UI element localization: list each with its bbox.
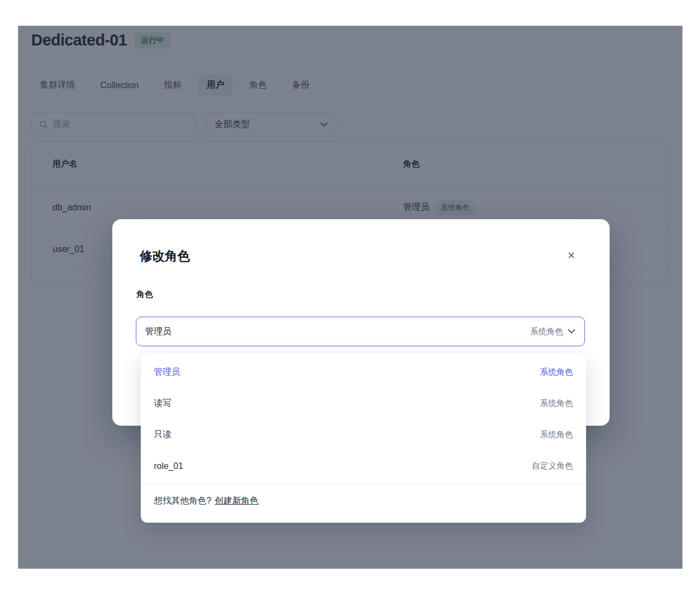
dropdown-option-readwrite[interactable]: 读写 系统角色 [141, 388, 586, 419]
create-role-link[interactable]: 创建新角色 [215, 495, 259, 507]
option-type: 自定义角色 [532, 461, 573, 471]
modal-title: 修改角色 [140, 248, 190, 265]
dropdown-option-admin[interactable]: 管理员 系统角色 [141, 357, 586, 388]
option-name: role_01 [154, 461, 183, 471]
role-dropdown-menu: 管理员 系统角色 读写 系统角色 只读 系统角色 role_01 自定义角色 想… [141, 353, 586, 523]
option-name: 读写 [154, 398, 171, 409]
footer-hint: 想找其他角色? [154, 495, 211, 507]
role-select-trigger[interactable]: 管理员 系统角色 [136, 317, 585, 346]
role-field-label: 角色 [136, 289, 153, 300]
dropdown-option-role01[interactable]: role_01 自定义角色 [141, 450, 586, 482]
option-name: 只读 [154, 429, 171, 440]
option-type: 系统角色 [540, 398, 573, 409]
app-region: Dedicated-01 运行中 集群详情 Collection 指标 用户 角… [18, 26, 682, 569]
close-icon[interactable]: × [563, 247, 580, 264]
dropdown-footer: 想找其他角色? 创建新角色 [141, 484, 586, 517]
dropdown-option-readonly[interactable]: 只读 系统角色 [141, 419, 586, 450]
role-select-value: 管理员 [145, 326, 171, 337]
option-type: 系统角色 [540, 367, 573, 377]
chevron-down-icon [567, 329, 576, 334]
option-name: 管理员 [154, 367, 180, 378]
option-type: 系统角色 [540, 430, 573, 440]
role-select-type: 系统角色 [530, 327, 563, 337]
